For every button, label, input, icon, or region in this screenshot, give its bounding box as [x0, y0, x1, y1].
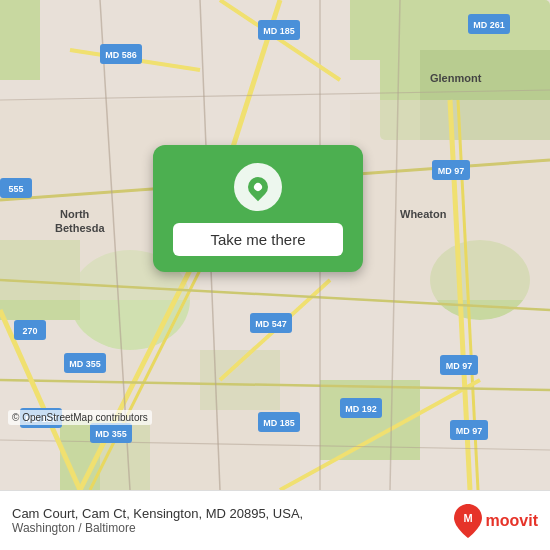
svg-text:MD 97: MD 97: [438, 166, 465, 176]
copyright-text: © OpenStreetMap contributors: [8, 410, 152, 425]
svg-text:MD 185: MD 185: [263, 418, 295, 428]
svg-text:MD 97: MD 97: [456, 426, 483, 436]
svg-text:270: 270: [22, 326, 37, 336]
address-line: Cam Court, Cam Ct, Kensington, MD 20895,…: [12, 506, 454, 521]
bottom-bar: Cam Court, Cam Ct, Kensington, MD 20895,…: [0, 490, 550, 550]
svg-text:MD 97: MD 97: [446, 361, 473, 371]
location-pin-circle: [234, 163, 282, 211]
svg-text:M: M: [463, 512, 472, 524]
take-me-there-button[interactable]: Take me there: [173, 223, 343, 256]
svg-text:MD 185: MD 185: [263, 26, 295, 36]
location-pin-icon: [244, 173, 272, 201]
svg-text:MD 261: MD 261: [473, 20, 505, 30]
svg-text:MD 355: MD 355: [95, 429, 127, 439]
svg-text:MD 192: MD 192: [345, 404, 377, 414]
moovit-logo-icon: M: [454, 504, 482, 538]
address-info: Cam Court, Cam Ct, Kensington, MD 20895,…: [12, 506, 454, 535]
svg-text:North: North: [60, 208, 90, 220]
moovit-logo: M moovit: [454, 504, 538, 538]
svg-text:Glenmont: Glenmont: [430, 72, 482, 84]
map-container: MD 586 MD 185 MD 261 MD 97 MD 97 MD 97 M…: [0, 0, 550, 490]
moovit-logo-text: moovit: [486, 512, 538, 530]
svg-rect-8: [350, 0, 410, 60]
svg-text:Bethesda: Bethesda: [55, 222, 105, 234]
svg-text:MD 547: MD 547: [255, 319, 287, 329]
svg-text:555: 555: [8, 184, 23, 194]
take-me-there-card: Take me there: [153, 145, 363, 272]
city-line: Washington / Baltimore: [12, 521, 454, 535]
svg-text:MD 586: MD 586: [105, 50, 137, 60]
svg-text:MD 355: MD 355: [69, 359, 101, 369]
svg-text:Wheaton: Wheaton: [400, 208, 447, 220]
svg-rect-9: [0, 0, 40, 80]
